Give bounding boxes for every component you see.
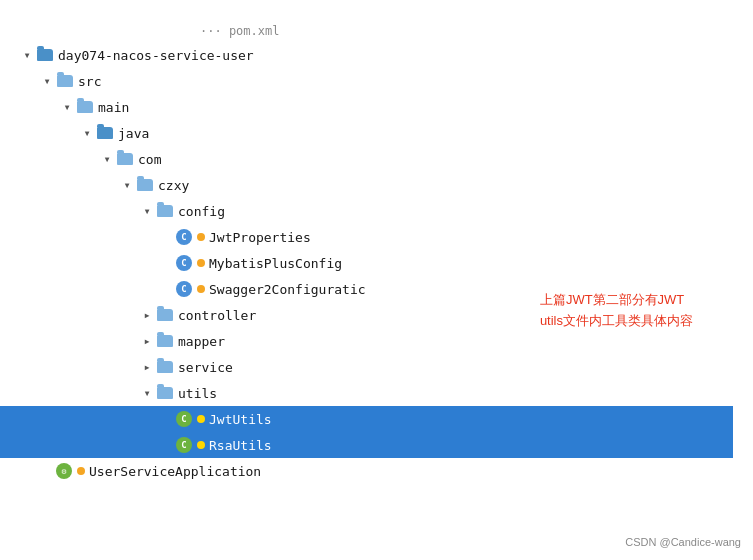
class-spring-icon: C <box>176 411 192 427</box>
no-expand-icon6 <box>40 464 54 478</box>
main-label: main <box>98 100 129 115</box>
swagger-label: Swagger2Configuratic <box>209 282 366 297</box>
controller-folder-icon <box>156 308 174 322</box>
jwt-properties-label: JwtProperties <box>209 230 311 245</box>
expand-service-icon <box>140 360 154 374</box>
root-label: day074-nacos-service-user <box>58 48 254 63</box>
java-folder-icon <box>96 126 114 140</box>
expand-main-icon <box>60 100 74 114</box>
java-folder[interactable]: java <box>20 120 733 146</box>
czxy-folder-icon <box>136 178 154 192</box>
jwt-properties-file[interactable]: C JwtProperties <box>20 224 733 250</box>
config-folder[interactable]: config <box>20 198 733 224</box>
expand-config-icon <box>140 204 154 218</box>
no-expand-icon3 <box>160 282 174 296</box>
com-label: com <box>138 152 161 167</box>
src-label: src <box>78 74 101 89</box>
badge-icon3 <box>197 285 205 293</box>
badge-icon2 <box>197 259 205 267</box>
class-c-icon3: C <box>176 281 192 297</box>
watermark: CSDN @Candice-wang <box>625 536 741 548</box>
java-label: java <box>118 126 149 141</box>
service-folder-icon <box>156 360 174 374</box>
src-folder[interactable]: src <box>20 68 733 94</box>
expand-java-icon <box>80 126 94 140</box>
user-service-app-label: UserServiceApplication <box>89 464 261 479</box>
no-expand-icon4 <box>160 412 174 426</box>
badge-icon <box>197 233 205 241</box>
pom-hint: ··· pom.xml <box>20 20 733 42</box>
czxy-label: czxy <box>158 178 189 193</box>
root-module[interactable]: day074-nacos-service-user <box>20 42 733 68</box>
config-label: config <box>178 204 225 219</box>
spring-app-icon: ⚙ <box>56 463 72 479</box>
mybatis-plus-config-file[interactable]: C MybatisPlusConfig <box>20 250 733 276</box>
badge-icon5 <box>197 441 205 449</box>
mapper-folder-icon <box>156 334 174 348</box>
file-tree: ··· pom.xml day074-nacos-service-user sr… <box>0 0 753 494</box>
config-folder-icon <box>156 204 174 218</box>
mybatis-plus-label: MybatisPlusConfig <box>209 256 342 271</box>
utils-label: utils <box>178 386 217 401</box>
main-folder-icon <box>76 100 94 114</box>
jwt-utils-label: JwtUtils <box>209 412 272 427</box>
expand-czxy-icon <box>120 178 134 192</box>
service-folder[interactable]: service <box>20 354 733 380</box>
no-expand-icon5 <box>160 438 174 452</box>
folder-icon <box>36 48 54 62</box>
mapper-label: mapper <box>178 334 225 349</box>
class-c-icon: C <box>176 229 192 245</box>
controller-label: controller <box>178 308 256 323</box>
badge-icon4 <box>197 415 205 423</box>
class-c-icon2: C <box>176 255 192 271</box>
class-spring-icon2: C <box>176 437 192 453</box>
com-folder-icon <box>116 152 134 166</box>
user-service-app-file[interactable]: ⚙ UserServiceApplication <box>20 458 733 484</box>
expand-com-icon <box>100 152 114 166</box>
badge-icon6 <box>77 467 85 475</box>
mapper-folder[interactable]: mapper <box>20 328 733 354</box>
service-label: service <box>178 360 233 375</box>
czxy-folder[interactable]: czxy <box>20 172 733 198</box>
no-expand-icon <box>160 230 174 244</box>
utils-folder-icon <box>156 386 174 400</box>
expand-src-icon <box>40 74 54 88</box>
swagger-config-file[interactable]: C Swagger2Configuratic <box>20 276 733 302</box>
expand-utils-icon <box>140 386 154 400</box>
jwt-utils-file[interactable]: C JwtUtils <box>0 406 733 432</box>
main-folder[interactable]: main <box>20 94 733 120</box>
com-folder[interactable]: com <box>20 146 733 172</box>
rsa-utils-file[interactable]: C RsaUtils <box>0 432 733 458</box>
controller-folder[interactable]: controller <box>20 302 733 328</box>
no-expand-icon2 <box>160 256 174 270</box>
utils-folder[interactable]: utils <box>20 380 733 406</box>
expand-mapper-icon <box>140 334 154 348</box>
src-folder-icon <box>56 74 74 88</box>
expand-root-icon <box>20 48 34 62</box>
rsa-utils-label: RsaUtils <box>209 438 272 453</box>
expand-controller-icon <box>140 308 154 322</box>
